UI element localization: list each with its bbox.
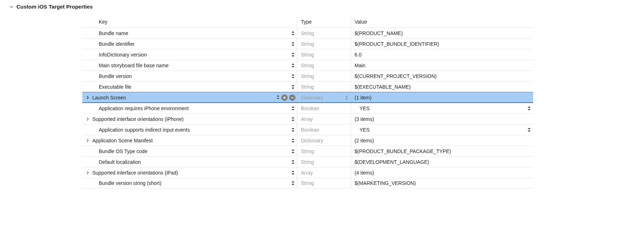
disclosure-triangle-icon[interactable] [84,117,91,121]
table-row[interactable]: Supported interface orientations (iPhone… [82,113,533,124]
value-label: $(PRODUCT_NAME) [355,30,403,36]
type-cell[interactable]: String [297,82,351,92]
value-cell[interactable]: (2 items) [351,135,533,146]
value-stepper-icon[interactable] [527,128,531,132]
key-label: Executable file [99,84,131,90]
key-stepper-icon[interactable] [291,138,295,143]
value-cell[interactable]: $(EXECUTABLE_NAME) [351,82,533,92]
value-cell[interactable]: 6.0 [351,49,533,60]
value-label: (3 items) [355,116,374,122]
type-stepper-icon[interactable] [345,95,348,100]
key-stepper-icon[interactable] [291,53,295,57]
key-stepper-icon[interactable] [291,181,295,185]
key-cell[interactable]: Executable file [82,84,297,90]
table-row[interactable]: Bundle version string (short)String$(MAR… [82,178,533,188]
value-label: YES [355,127,370,133]
value-label: Main [355,63,365,68]
key-cell[interactable]: Bundle name [82,30,297,36]
key-stepper-icon[interactable] [291,74,295,78]
table-row[interactable]: Application supports indirect input even… [82,124,533,135]
key-cell[interactable]: Default localization [82,159,297,165]
value-cell[interactable]: YES [351,103,533,113]
key-stepper-icon[interactable] [276,95,280,101]
type-cell[interactable]: String [297,28,351,38]
table-row[interactable]: Bundle versionString$(CURRENT_PROJECT_VE… [82,70,533,81]
section-header[interactable]: Custom iOS Target Properties [9,4,644,10]
key-cell[interactable]: Bundle identifier [82,41,297,47]
type-label: String [301,148,314,154]
table-row[interactable]: Bundle nameString$(PRODUCT_NAME) [82,28,533,38]
key-cell[interactable]: Supported interface orientations (iPad) [82,170,297,176]
value-cell[interactable]: (3 items) [351,114,533,124]
value-cell[interactable]: $(PRODUCT_NAME) [351,28,533,38]
key-cell[interactable]: Main storyboard file base name [82,63,297,68]
key-stepper-icon[interactable] [291,160,295,164]
key-cell[interactable]: Launch Screen [82,95,297,101]
value-cell[interactable]: YES [351,124,533,135]
value-label: (4 items) [355,170,374,176]
type-label: Dictionary [301,95,323,101]
type-cell[interactable]: String [297,39,351,49]
table-row[interactable]: Bundle identifierString$(PRODUCT_BUNDLE_… [82,38,533,49]
key-label: Default localization [99,159,141,165]
table-row[interactable]: Bundle OS Type codeString$(PRODUCT_BUNDL… [82,146,533,156]
key-stepper-icon[interactable] [291,42,295,46]
value-cell[interactable]: $(MARKETING_VERSION) [351,178,533,188]
value-cell[interactable]: $(DEVELOPMENT_LANGUAGE) [351,157,533,167]
value-cell[interactable]: Main [351,60,533,70]
type-cell[interactable]: String [297,178,351,188]
type-cell[interactable]: Dictionary [297,135,351,146]
key-stepper-icon[interactable] [291,63,295,68]
type-cell[interactable]: String [297,146,351,156]
value-cell[interactable]: (1 item) [351,92,533,103]
value-cell[interactable]: $(PRODUCT_BUNDLE_PACKAGE_TYPE) [351,146,533,156]
type-cell[interactable]: String [297,60,351,70]
type-cell[interactable]: Array [297,167,351,178]
value-stepper-icon[interactable] [527,106,531,111]
value-cell[interactable]: $(PRODUCT_BUNDLE_IDENTIFIER) [351,39,533,49]
table-row[interactable]: Default localizationString$(DEVELOPMENT_… [82,156,533,167]
table-row[interactable]: Application requires iPhone environmentB… [82,103,533,113]
type-cell[interactable]: Array [297,114,351,124]
type-label: String [301,52,314,58]
key-cell[interactable]: Application Scene Manifest [82,138,297,143]
disclosure-triangle-icon[interactable] [84,96,91,99]
key-cell[interactable]: Supported interface orientations (iPhone… [82,116,297,122]
key-cell[interactable]: Bundle version [82,73,297,79]
type-cell[interactable]: Boolean [297,103,351,113]
table-row[interactable]: InfoDictionary versionString6.0 [82,49,533,60]
disclosure-triangle-icon[interactable] [84,139,91,142]
table-row[interactable]: Main storyboard file base nameStringMain [82,60,533,70]
key-stepper-icon[interactable] [291,117,295,121]
key-stepper-icon[interactable] [291,106,295,111]
key-cell[interactable]: Application supports indirect input even… [82,127,297,133]
type-cell[interactable]: String [297,157,351,167]
type-label: String [301,73,314,79]
add-row-button[interactable] [281,94,288,101]
key-cell[interactable]: InfoDictionary version [82,52,297,58]
header-key[interactable]: Key [82,19,297,25]
key-stepper-icon[interactable] [291,128,295,132]
key-stepper-icon[interactable] [291,31,295,35]
key-stepper-icon[interactable] [291,149,295,153]
table-row[interactable]: Application Scene ManifestDictionary(2 i… [82,135,533,146]
key-cell[interactable]: Bundle OS Type code [82,148,297,154]
value-cell[interactable]: (4 items) [351,167,533,178]
table-row[interactable]: Supported interface orientations (iPad)A… [82,167,533,178]
key-cell[interactable]: Bundle version string (short) [82,180,297,186]
table-row[interactable]: Launch ScreenDictionary(1 item) [82,92,533,103]
key-stepper-icon[interactable] [291,85,295,89]
key-cell[interactable]: Application requires iPhone environment [82,106,297,111]
disclosure-triangle-icon[interactable] [84,171,91,175]
table-row[interactable]: Executable fileString$(EXECUTABLE_NAME) [82,81,533,92]
type-cell[interactable]: String [297,49,351,60]
type-cell[interactable]: String [297,71,351,81]
key-stepper-icon[interactable] [291,171,295,175]
value-cell[interactable]: $(CURRENT_PROJECT_VERSION) [351,71,533,81]
header-value[interactable]: Value [351,16,533,28]
chevron-down-icon [9,5,14,9]
remove-row-button[interactable] [289,94,296,101]
header-type[interactable]: Type [297,16,351,28]
type-cell[interactable]: Dictionary [297,92,351,103]
type-cell[interactable]: Boolean [297,124,351,135]
